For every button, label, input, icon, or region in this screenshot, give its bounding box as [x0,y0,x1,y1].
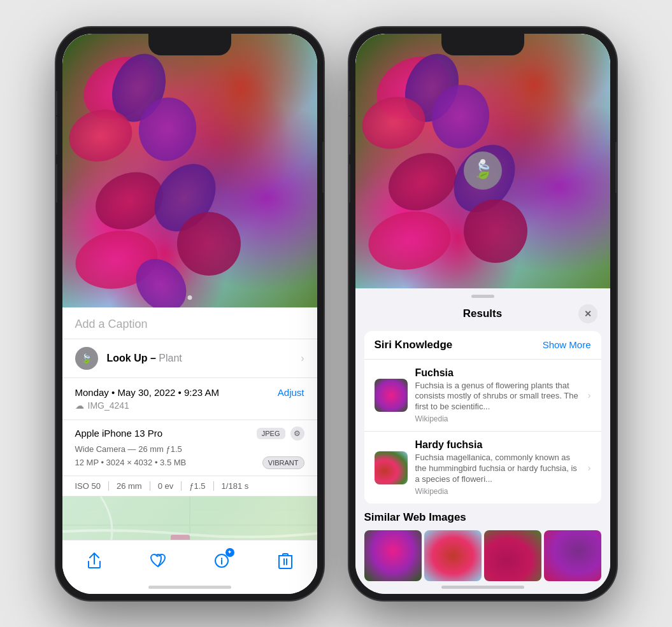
lookup-row[interactable]: 🍃 Look Up – Plant › [62,339,317,378]
drag-handle[interactable] [355,288,610,304]
hardy-fuchsia-source: Wikipedia [415,487,580,496]
notch-2 [441,34,524,55]
aperture-value: ƒ1.5 [182,481,213,491]
share-button[interactable] [80,547,108,575]
volume-up-button[interactable] [56,116,57,155]
power-button[interactable] [322,142,324,193]
exposure-value: 0 ev [150,481,182,491]
adjust-button[interactable]: Adjust [278,387,304,398]
siri-header: Siri Knowledge Show More [364,331,601,360]
fuchsia-chevron-icon: › [588,390,591,400]
tech-specs: ISO 50 26 mm 0 ev ƒ1.5 1/181 s [62,476,317,497]
visual-lookup-icon: 🍃 [464,151,502,190]
handle-bar [471,295,494,298]
favorite-button[interactable] [144,547,172,575]
device-name: Apple iPhone 13 Pro [75,428,163,439]
photo-date: Monday • May 30, 2022 • 9:23 AM [75,387,219,398]
photo-area-2[interactable]: 🍃 [355,34,610,288]
camera-info: Wide Camera — 26 mm ƒ1.5 [75,444,304,454]
volume-down-button[interactable] [56,164,57,202]
quality-info: 12 MP • 3024 × 4032 • 3.5 MB [75,458,187,467]
hardy-fuchsia-chevron-icon: › [588,463,591,473]
home-bar-1 [148,586,231,589]
phone-2: 🍃 Results ✕ [349,27,617,600]
screen-2: 🍃 Results ✕ [355,34,610,594]
shutter-speed-value: 1/181 s [214,481,257,491]
phone-1: Add a Caption 🍃 Look Up – Plant › Monday [56,27,324,600]
focal-length-value: 26 mm [109,481,150,491]
silent-switch[interactable] [56,91,57,115]
hardy-fuchsia-name: Hardy fuchsia [415,439,580,451]
vibrant-badge: VIBRANT [262,456,304,469]
results-title: Results [387,307,578,320]
fuchsia-description: Fuchsia is a genus of flowering plants t… [415,381,580,413]
web-images-grid[interactable] [364,530,601,581]
filename: IMG_4241 [88,400,129,411]
fuchsia-thumbnail [375,379,408,412]
meta-section: Monday • May 30, 2022 • 9:23 AM Adjust ☁… [62,378,317,420]
web-images-title: Similar Web Images [364,511,601,524]
siri-knowledge-title: Siri Knowledge [375,339,453,351]
notch [148,34,231,55]
home-bar-2 [441,586,524,589]
fuchsia-source: Wikipedia [415,414,580,423]
format-badge: JPEG [257,428,285,439]
hardy-fuchsia-description: Fuchsia magellanica, commonly known as t… [415,453,580,485]
hardy-fuchsia-content: Hardy fuchsia Fuchsia magellanica, commo… [415,439,580,496]
web-image-1[interactable] [364,530,422,581]
lookup-text: Look Up – Plant [107,353,182,364]
caption-input[interactable]: Add a Caption [62,307,317,339]
volume-down-button-2[interactable] [349,164,350,202]
fuchsia-name: Fuchsia [415,367,580,379]
info-badge: ✦ [225,548,234,557]
volume-up-button-2[interactable] [349,116,350,155]
delete-button[interactable] [271,547,299,575]
siri-knowledge-section: Siri Knowledge Show More Fuchsia Fuchsia… [364,331,601,504]
web-image-4[interactable] [544,530,601,581]
screen-1: Add a Caption 🍃 Look Up – Plant › Monday [62,34,317,594]
results-header: Results ✕ [355,304,610,331]
cloud-icon: ☁ [75,400,84,411]
lookup-leaf-icon: 🍃 [75,347,98,370]
iso-value: ISO 50 [75,481,109,491]
device-section: Apple iPhone 13 Pro JPEG ⚙ Wide Camera —… [62,420,317,476]
show-more-button[interactable]: Show More [543,339,591,350]
photo-dot-2 [480,159,485,164]
web-image-2[interactable] [424,530,482,581]
web-image-3[interactable] [484,530,541,581]
results-panel: Results ✕ Siri Knowledge Show More [355,288,610,594]
photo-dot-indicator [187,295,192,300]
power-button-2[interactable] [615,142,617,193]
close-button[interactable]: ✕ [578,304,597,323]
silent-switch-2[interactable] [349,91,350,115]
info-button[interactable]: ✦ [208,547,236,575]
svg-rect-9 [279,556,292,568]
lookup-chevron-icon: › [301,353,304,364]
fuchsia-content: Fuchsia Fuchsia is a genus of flowering … [415,367,580,424]
hardy-fuchsia-thumbnail [375,451,408,484]
knowledge-item-fuchsia[interactable]: Fuchsia Fuchsia is a genus of flowering … [364,360,601,432]
flower-photo-1 [62,34,317,307]
settings-icon[interactable]: ⚙ [290,426,304,440]
web-images-section: Similar Web Images [364,511,601,581]
knowledge-item-hardy-fuchsia[interactable]: Hardy fuchsia Fuchsia magellanica, commo… [364,432,601,504]
photo-area-1[interactable] [62,34,317,307]
